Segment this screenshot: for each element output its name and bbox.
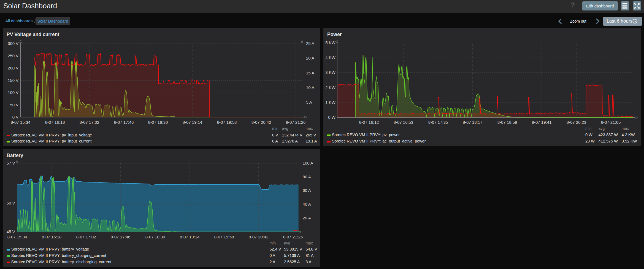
svg-text:0 V: 0 V: [12, 115, 19, 119]
svg-text:10 A: 10 A: [306, 85, 314, 90]
svg-text:15 A: 15 A: [306, 71, 314, 75]
svg-text:0 W: 0 W: [328, 115, 336, 120]
svg-text:57 V: 57 V: [7, 161, 15, 165]
svg-text:8-07 21:26: 8-07 21:26: [286, 120, 306, 125]
svg-text:300 V: 300 V: [8, 41, 18, 46]
svg-text:8-07 19:14: 8-07 19:14: [180, 235, 200, 239]
svg-text:5 KW: 5 KW: [325, 40, 336, 45]
svg-text:8-07 19:41: 8-07 19:41: [532, 120, 552, 125]
svg-text:8-07 19:58: 8-07 19:58: [217, 120, 237, 125]
svg-text:25 A: 25 A: [306, 41, 314, 46]
svg-text:8-07 18:59: 8-07 18:59: [497, 120, 517, 125]
svg-text:8-07 17:02: 8-07 17:02: [76, 235, 96, 239]
svg-text:8-07 17:35: 8-07 17:35: [428, 120, 448, 125]
svg-text:8-07 20:42: 8-07 20:42: [249, 235, 269, 239]
svg-text:8-07 15:34: 8-07 15:34: [11, 120, 31, 125]
svg-text:8-07 21:05: 8-07 21:05: [601, 120, 621, 125]
svg-text:20 A: 20 A: [306, 56, 314, 60]
svg-text:100 A: 100 A: [303, 161, 313, 165]
svg-text:8-07 15:34: 8-07 15:34: [7, 235, 27, 239]
svg-text:150 V: 150 V: [8, 78, 18, 83]
svg-text:8-07 18:30: 8-07 18:30: [145, 235, 165, 239]
svg-text:8-07 17:02: 8-07 17:02: [80, 120, 99, 125]
svg-text:8-07 17:46: 8-07 17:46: [114, 120, 134, 125]
svg-text:8-07 17:46: 8-07 17:46: [111, 235, 131, 239]
svg-text:1 KW: 1 KW: [325, 100, 336, 105]
svg-text:8-07 21:26: 8-07 21:26: [283, 235, 303, 239]
svg-text:8-07 16:12: 8-07 16:12: [359, 120, 379, 125]
svg-text:20 A: 20 A: [303, 216, 311, 220]
svg-text:50 V: 50 V: [7, 201, 15, 205]
svg-text:2 KW: 2 KW: [325, 85, 336, 90]
svg-text:50 V: 50 V: [10, 103, 18, 107]
svg-text:8-07 18:30: 8-07 18:30: [148, 120, 168, 125]
svg-text:8-07 16:18: 8-07 16:18: [42, 235, 62, 239]
svg-text:8-07 20:23: 8-07 20:23: [567, 120, 586, 125]
svg-text:100 V: 100 V: [8, 90, 18, 95]
svg-text:8-07 16:53: 8-07 16:53: [394, 120, 413, 125]
svg-text:8-07 16:18: 8-07 16:18: [45, 120, 65, 125]
svg-text:60 A: 60 A: [303, 188, 311, 193]
svg-text:3 KW: 3 KW: [325, 70, 336, 75]
svg-text:250 V: 250 V: [8, 53, 18, 58]
svg-text:8-07 18:17: 8-07 18:17: [463, 120, 483, 125]
svg-text:45 V: 45 V: [7, 229, 15, 234]
svg-text:8-07 19:14: 8-07 19:14: [183, 120, 202, 125]
svg-text:8-07 20:42: 8-07 20:42: [251, 120, 271, 125]
svg-text:200 V: 200 V: [8, 66, 18, 70]
svg-text:80 A: 80 A: [303, 174, 311, 179]
svg-text:4 KW: 4 KW: [325, 55, 336, 60]
svg-text:5 A: 5 A: [306, 100, 312, 104]
svg-text:40 A: 40 A: [303, 202, 311, 206]
svg-text:8-07 19:58: 8-07 19:58: [214, 235, 234, 239]
